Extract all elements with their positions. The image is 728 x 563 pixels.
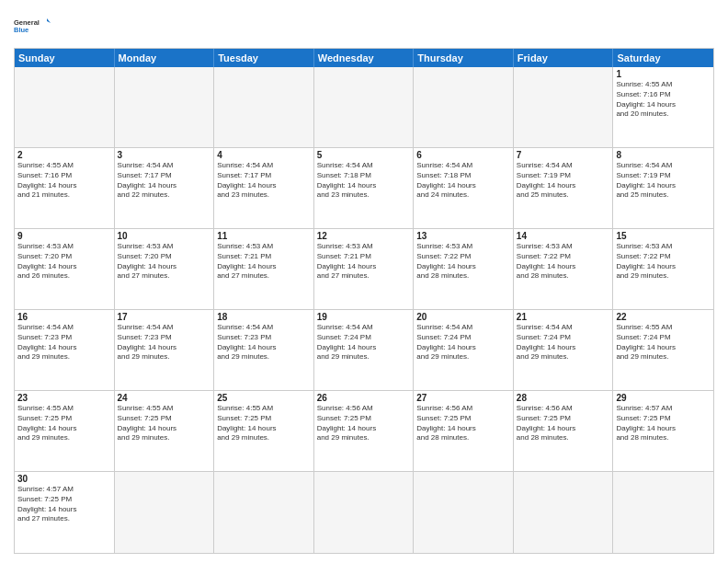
cell-info: Sunrise: 4:57 AMSunset: 7:25 PMDaylight:… — [616, 404, 711, 443]
day-cell-18: 18Sunrise: 4:54 AMSunset: 7:23 PMDayligh… — [214, 310, 314, 391]
cell-info: Sunrise: 4:53 AMSunset: 7:22 PMDaylight:… — [416, 242, 510, 282]
day-cell-24: 24Sunrise: 4:55 AMSunset: 7:25 PMDayligh… — [115, 391, 215, 472]
cell-info: Sunrise: 4:54 AMSunset: 7:17 PMDaylight:… — [217, 161, 311, 201]
empty-cell — [115, 67, 215, 148]
cell-info: Sunrise: 4:56 AMSunset: 7:25 PMDaylight:… — [416, 404, 510, 443]
day-cell-26: 26Sunrise: 4:56 AMSunset: 7:25 PMDayligh… — [314, 391, 415, 472]
calendar-grid: 1Sunrise: 4:55 AMSunset: 7:16 PMDaylight… — [15, 67, 713, 553]
day-cell-30: 30Sunrise: 4:57 AMSunset: 7:25 PMDayligh… — [15, 472, 115, 553]
day-number: 30 — [17, 474, 111, 484]
day-number: 18 — [217, 312, 311, 322]
empty-cell — [15, 67, 115, 148]
day-cell-12: 12Sunrise: 4:53 AMSunset: 7:21 PMDayligh… — [314, 229, 415, 310]
cell-info: Sunrise: 4:54 AMSunset: 7:24 PMDaylight:… — [416, 323, 510, 362]
empty-cell — [414, 472, 514, 553]
day-number: 20 — [416, 312, 510, 322]
cell-info: Sunrise: 4:54 AMSunset: 7:19 PMDaylight:… — [616, 161, 711, 201]
day-headers: SundayMondayTuesdayWednesdayThursdayFrid… — [15, 49, 713, 67]
cell-info: Sunrise: 4:54 AMSunset: 7:18 PMDaylight:… — [416, 161, 510, 201]
day-number: 4 — [217, 150, 311, 160]
cell-info: Sunrise: 4:55 AMSunset: 7:25 PMDaylight:… — [217, 404, 311, 443]
empty-cell — [613, 472, 713, 553]
cell-info: Sunrise: 4:55 AMSunset: 7:16 PMDaylight:… — [17, 161, 111, 201]
day-cell-28: 28Sunrise: 4:56 AMSunset: 7:25 PMDayligh… — [514, 391, 614, 472]
day-cell-19: 19Sunrise: 4:54 AMSunset: 7:24 PMDayligh… — [314, 310, 415, 391]
day-number: 3 — [118, 150, 211, 160]
day-number: 13 — [416, 231, 510, 241]
cell-info: Sunrise: 4:54 AMSunset: 7:23 PMDaylight:… — [17, 323, 111, 362]
day-cell-5: 5Sunrise: 4:54 AMSunset: 7:18 PMDaylight… — [314, 148, 415, 229]
day-number: 2 — [17, 150, 111, 160]
cell-info: Sunrise: 4:54 AMSunset: 7:23 PMDaylight:… — [118, 323, 211, 362]
empty-cell — [514, 472, 614, 553]
day-number: 12 — [317, 231, 411, 241]
svg-marker-2 — [47, 18, 51, 23]
cell-info: Sunrise: 4:55 AMSunset: 7:24 PMDaylight:… — [616, 323, 711, 362]
logo: General Blue — [14, 9, 51, 42]
cell-info: Sunrise: 4:54 AMSunset: 7:23 PMDaylight:… — [217, 323, 311, 362]
day-cell-29: 29Sunrise: 4:57 AMSunset: 7:25 PMDayligh… — [613, 391, 713, 472]
cell-info: Sunrise: 4:54 AMSunset: 7:17 PMDaylight:… — [118, 161, 211, 201]
day-header-thursday: Thursday — [414, 49, 514, 67]
day-number: 10 — [118, 231, 211, 241]
cell-info: Sunrise: 4:56 AMSunset: 7:25 PMDaylight:… — [317, 404, 411, 443]
day-cell-16: 16Sunrise: 4:54 AMSunset: 7:23 PMDayligh… — [15, 310, 115, 391]
calendar: SundayMondayTuesdayWednesdayThursdayFrid… — [14, 48, 714, 554]
day-cell-23: 23Sunrise: 4:55 AMSunset: 7:25 PMDayligh… — [15, 391, 115, 472]
day-cell-20: 20Sunrise: 4:54 AMSunset: 7:24 PMDayligh… — [414, 310, 514, 391]
day-number: 17 — [118, 312, 211, 322]
day-cell-11: 11Sunrise: 4:53 AMSunset: 7:21 PMDayligh… — [214, 229, 314, 310]
empty-cell — [115, 472, 215, 553]
day-number: 16 — [17, 312, 111, 322]
day-cell-7: 7Sunrise: 4:54 AMSunset: 7:19 PMDaylight… — [514, 148, 614, 229]
cell-info: Sunrise: 4:53 AMSunset: 7:20 PMDaylight:… — [17, 242, 111, 282]
day-number: 29 — [616, 393, 711, 403]
day-cell-21: 21Sunrise: 4:54 AMSunset: 7:24 PMDayligh… — [514, 310, 614, 391]
day-cell-27: 27Sunrise: 4:56 AMSunset: 7:25 PMDayligh… — [414, 391, 514, 472]
empty-cell — [314, 472, 415, 553]
cell-info: Sunrise: 4:54 AMSunset: 7:24 PMDaylight:… — [517, 323, 610, 362]
cell-info: Sunrise: 4:53 AMSunset: 7:22 PMDaylight:… — [517, 242, 610, 282]
day-number: 27 — [416, 393, 510, 403]
day-header-friday: Friday — [514, 49, 614, 67]
svg-text:Blue: Blue — [14, 26, 28, 34]
day-cell-13: 13Sunrise: 4:53 AMSunset: 7:22 PMDayligh… — [414, 229, 514, 310]
day-cell-1: 1Sunrise: 4:55 AMSunset: 7:16 PMDaylight… — [613, 67, 713, 148]
cell-info: Sunrise: 4:53 AMSunset: 7:20 PMDaylight:… — [118, 242, 211, 282]
day-cell-14: 14Sunrise: 4:53 AMSunset: 7:22 PMDayligh… — [514, 229, 614, 310]
day-number: 19 — [317, 312, 411, 322]
cell-info: Sunrise: 4:54 AMSunset: 7:19 PMDaylight:… — [517, 161, 610, 201]
empty-cell — [214, 67, 314, 148]
day-number: 1 — [616, 69, 711, 79]
day-header-sunday: Sunday — [15, 49, 115, 67]
day-header-tuesday: Tuesday — [214, 49, 314, 67]
day-number: 21 — [517, 312, 610, 322]
day-cell-17: 17Sunrise: 4:54 AMSunset: 7:23 PMDayligh… — [115, 310, 215, 391]
day-cell-2: 2Sunrise: 4:55 AMSunset: 7:16 PMDaylight… — [15, 148, 115, 229]
day-number: 15 — [616, 231, 711, 241]
page: General Blue SundayMondayTuesdayWednesda… — [0, 0, 728, 563]
day-number: 23 — [17, 393, 111, 403]
cell-info: Sunrise: 4:55 AMSunset: 7:25 PMDaylight:… — [118, 404, 211, 443]
day-cell-8: 8Sunrise: 4:54 AMSunset: 7:19 PMDaylight… — [613, 148, 713, 229]
cell-info: Sunrise: 4:57 AMSunset: 7:25 PMDaylight:… — [17, 485, 111, 524]
day-number: 24 — [118, 393, 211, 403]
logo-svg: General Blue — [14, 9, 51, 42]
cell-info: Sunrise: 4:55 AMSunset: 7:16 PMDaylight:… — [616, 80, 711, 120]
day-cell-10: 10Sunrise: 4:53 AMSunset: 7:20 PMDayligh… — [115, 229, 215, 310]
empty-cell — [514, 67, 614, 148]
day-number: 25 — [217, 393, 311, 403]
day-cell-3: 3Sunrise: 4:54 AMSunset: 7:17 PMDaylight… — [115, 148, 215, 229]
cell-info: Sunrise: 4:53 AMSunset: 7:21 PMDaylight:… — [217, 242, 311, 282]
day-number: 9 — [17, 231, 111, 241]
day-cell-4: 4Sunrise: 4:54 AMSunset: 7:17 PMDaylight… — [214, 148, 314, 229]
cell-info: Sunrise: 4:53 AMSunset: 7:22 PMDaylight:… — [616, 242, 711, 282]
day-cell-25: 25Sunrise: 4:55 AMSunset: 7:25 PMDayligh… — [214, 391, 314, 472]
day-number: 26 — [317, 393, 411, 403]
day-cell-22: 22Sunrise: 4:55 AMSunset: 7:24 PMDayligh… — [613, 310, 713, 391]
day-header-monday: Monday — [115, 49, 215, 67]
cell-info: Sunrise: 4:54 AMSunset: 7:24 PMDaylight:… — [317, 323, 411, 362]
day-number: 7 — [517, 150, 610, 160]
day-header-wednesday: Wednesday — [314, 49, 415, 67]
day-number: 11 — [217, 231, 311, 241]
